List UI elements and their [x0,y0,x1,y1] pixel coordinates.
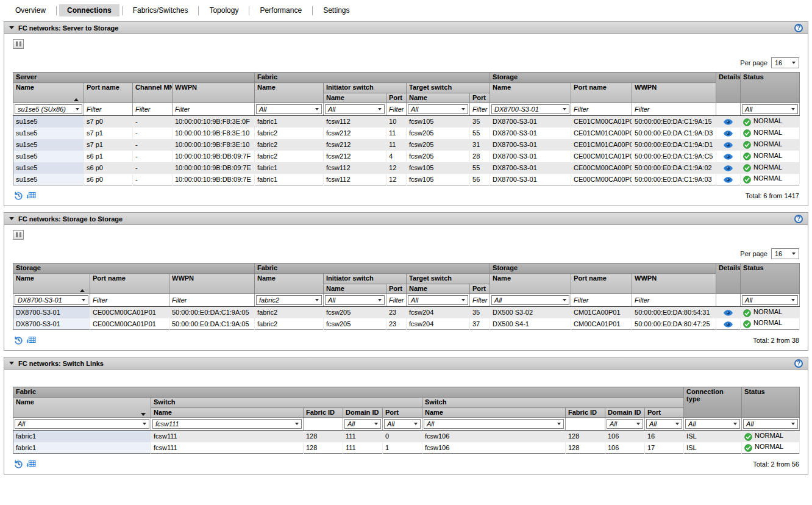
per-page-select[interactable]: 16 [771,248,799,259]
fabric-name-filter-select[interactable]: All [256,104,322,114]
details-eye-icon[interactable] [724,320,733,328]
column-switch2-domain-id[interactable]: Domain ID [605,408,645,418]
tab-overview[interactable]: Overview [7,4,54,16]
column-switch1-name[interactable]: Name [151,408,304,418]
column-target-switch-name[interactable]: Name [407,93,470,103]
details-eye-icon[interactable] [724,164,733,171]
table-export-icon[interactable] [26,336,36,345]
column-switch1-fabric-id[interactable]: Fabric ID [304,408,343,418]
status-filter-select[interactable]: All [742,295,798,305]
per-page-select[interactable]: 16 [771,57,799,68]
details-eye-icon[interactable] [724,309,733,316]
history-refresh-icon[interactable] [13,191,23,201]
server-port-name-filter-input[interactable]: Filter [85,106,131,113]
help-icon[interactable]: ? [794,215,803,223]
tab-fabrics-switches[interactable]: Fabrics/Switches [125,4,196,16]
collapse-icon[interactable] [9,217,14,220]
storage-name-filter-select[interactable]: DX8700-S3-01 [491,104,569,114]
storage-port-name-filter-input[interactable]: Filter [91,296,168,304]
details-eye-icon[interactable] [724,129,733,137]
column-fabric-name[interactable]: Name [13,398,151,418]
switch2-name-filter-select[interactable]: All [424,419,564,429]
help-icon[interactable]: ? [794,359,803,368]
server-wwpn-filter-input[interactable]: Filter [174,106,253,113]
column-storage2-name[interactable]: Name [490,274,571,294]
storage-wwpn-filter-input[interactable]: Filter [171,296,253,304]
details-eye-icon[interactable] [724,118,733,125]
details-eye-icon[interactable] [724,176,733,183]
column-storage-name[interactable]: Name [490,83,571,103]
column-storage2-port-name[interactable]: Port name [571,274,632,294]
table-row[interactable]: DX8700-S3-01CE00CM00CA01P0150:00:00:E0:D… [13,307,800,318]
storage-port-name-filter-input[interactable]: Filter [572,106,630,113]
column-fabric-name[interactable]: Name [255,83,324,103]
column-server-name[interactable]: Name [13,83,84,103]
column-initiator-switch-name[interactable]: Name [324,284,386,294]
switch1-name-filter-select[interactable]: fcsw111 [152,419,302,429]
column-fabric-name[interactable]: Name [255,274,324,294]
storage-name-filter-select[interactable]: DX8700-S3-01 [15,295,88,305]
column-switch2-name[interactable]: Name [422,408,566,418]
target-port-filter-input[interactable]: Filter [471,106,488,113]
switch2-domain-id-filter-select[interactable]: All [607,419,643,429]
history-refresh-icon[interactable] [13,459,23,469]
target-switch-name-filter-select[interactable]: All [408,104,468,114]
channel-mn-filter-input[interactable]: Filter [134,106,171,113]
table-row[interactable]: su1se5s6 p0-10:00:00:10:9B:DB:09:7Efabri… [13,174,800,185]
server-name-filter-select[interactable]: su1se5 (SUx86) [15,104,82,114]
sort-descending-icon[interactable] [141,413,146,416]
column-switch1-domain-id[interactable]: Domain ID [343,408,383,418]
storage2-name-filter-select[interactable]: All [491,295,569,305]
column-server-wwpn[interactable]: WWPN [173,83,255,103]
sort-ascending-icon[interactable] [80,289,85,292]
column-storage2-wwpn[interactable]: WWPN [632,274,716,294]
storage2-port-name-filter-input[interactable]: Filter [572,296,630,304]
connection-type-filter-select[interactable]: All [685,419,740,429]
switch1-port-filter-select[interactable]: All [384,419,421,429]
switch1-domain-id-filter-select[interactable]: All [344,419,381,429]
table-row[interactable]: fabric1fcsw1111281111fcsw10612810617ISLN… [13,442,800,454]
panel-header[interactable]: FC networks: Storage to Storage ? [4,213,808,225]
table-row[interactable]: fabric1fcsw1111281110fcsw10612810616ISLN… [13,431,800,442]
column-storage-port-name[interactable]: Port name [90,274,169,294]
tab-connections[interactable]: Connections [59,4,119,16]
tab-topology[interactable]: Topology [201,4,246,16]
status-filter-select[interactable]: All [743,419,798,429]
fabric-name-filter-select[interactable]: fabric2 [256,295,322,305]
initiator-switch-name-filter-select[interactable]: All [325,104,385,114]
column-target-switch-name[interactable]: Name [407,284,470,294]
target-switch-name-filter-select[interactable]: All [408,295,468,305]
table-row[interactable]: su1se5s7 p0-10:00:00:10:9B:F8:3E:0Ffabri… [13,116,800,127]
initiator-port-filter-input[interactable]: Filter [388,296,405,304]
column-server-port-name[interactable]: Port name [84,83,133,103]
column-switch2-port[interactable]: Port [645,408,684,418]
storage-wwpn-filter-input[interactable]: Filter [633,106,714,113]
fabric-name-filter-select[interactable]: All [15,419,149,429]
switch2-port-filter-select[interactable]: All [646,419,682,429]
pause-icon[interactable] [13,39,24,49]
initiator-switch-name-filter-select[interactable]: All [325,295,385,305]
column-storage-wwpn[interactable]: WWPN [632,83,716,103]
table-row[interactable]: su1se5s7 p1-10:00:00:10:9B:F8:3E:10fabri… [13,139,800,151]
column-storage-wwpn[interactable]: WWPN [169,274,255,294]
column-storage-name[interactable]: Name [13,274,90,294]
initiator-port-filter-input[interactable]: Filter [388,106,405,113]
collapse-icon[interactable] [9,362,14,365]
table-export-icon[interactable] [26,460,36,469]
column-initiator-switch-port[interactable]: Port [386,284,407,294]
panel-header[interactable]: FC networks: Switch Links ? [4,357,808,370]
table-row[interactable]: su1se5s6 p0-10:00:00:10:9B:DB:09:7Efabri… [13,162,800,174]
column-initiator-switch-name[interactable]: Name [324,93,386,103]
column-initiator-switch-port[interactable]: Port [386,93,407,103]
collapse-icon[interactable] [9,26,14,29]
table-row[interactable]: DX8700-S3-01CE00CM00CA01P0150:00:00:E0:D… [13,318,800,330]
table-row[interactable]: su1se5s6 p1-10:00:00:10:9B:DB:09:7Ffabri… [13,151,800,162]
target-port-filter-input[interactable]: Filter [471,296,488,304]
table-export-icon[interactable] [26,192,36,201]
status-filter-select[interactable]: All [742,104,798,114]
tab-performance[interactable]: Performance [252,4,310,16]
column-target-switch-port[interactable]: Port [470,284,490,294]
column-storage-port-name[interactable]: Port name [571,83,632,103]
column-switch2-fabric-id[interactable]: Fabric ID [566,408,605,418]
details-eye-icon[interactable] [724,141,733,148]
